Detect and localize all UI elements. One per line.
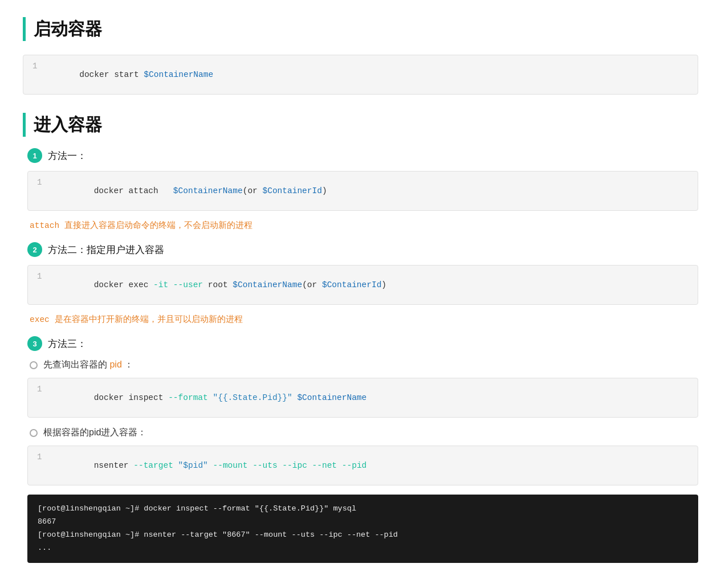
- code-pid-flag: --pid: [342, 461, 367, 470]
- subitem-pid-text: 先查询出容器的 pid ：: [43, 359, 133, 371]
- method2-title: 方法二：指定用户进入容器: [48, 243, 164, 256]
- section2-title-block: 进入容器: [23, 113, 698, 137]
- bullet-circle-1: [30, 361, 38, 369]
- code-space1: [168, 280, 173, 289]
- code-net-flag: --net: [312, 461, 337, 470]
- code-space5: [208, 461, 213, 470]
- section1-title: 启动容器: [34, 18, 102, 41]
- code-exec-user: --user: [173, 280, 203, 289]
- method1-section: 1 方法一： 1 docker attach $ContainerName(or…: [23, 148, 698, 231]
- code-space4: [173, 461, 178, 470]
- line-num-attach: 1: [37, 177, 45, 187]
- code-close-paren2: ): [381, 280, 386, 289]
- code-exec-id: $ContainerId: [322, 280, 381, 289]
- subitem-pid-query: 先查询出容器的 pid ：: [27, 359, 698, 371]
- code-ipc-flag: --ipc: [282, 461, 307, 470]
- code-docker-inspect-text: docker inspect: [94, 393, 169, 402]
- method3-num: 3: [27, 336, 42, 351]
- code-attach-id: $ContainerId: [263, 186, 322, 195]
- terminal-line-4: ...: [38, 542, 688, 555]
- subitem-pid-enter: 根据容器的pid进入容器：: [27, 427, 698, 439]
- code-space6: [247, 461, 252, 470]
- method3-section: 3 方法三： 先查询出容器的 pid ： 1 docker inspect --…: [23, 336, 698, 563]
- code-root: root: [203, 280, 233, 289]
- line-num-inspect: 1: [37, 384, 45, 394]
- code-pid-value: "$pid": [178, 461, 208, 470]
- note-exec: exec 是在容器中打开新的终端，并且可以启动新的进程: [30, 314, 698, 325]
- code-uts-flag: --uts: [252, 461, 278, 470]
- code-attach: docker attach $ContainerName(or $Contain…: [54, 177, 689, 205]
- section2-title: 进入容器: [34, 113, 102, 137]
- section-start-container: 启动容器 1 docker start $ContainerName: [23, 17, 698, 95]
- code-block-attach: 1 docker attach $ContainerName(or $Conta…: [27, 171, 698, 211]
- code-nsenter-cmd: nsenter: [94, 461, 134, 470]
- code-nsenter: nsenter --target "$pid" --mount --uts --…: [54, 452, 689, 479]
- code-docker-start: docker start: [79, 70, 144, 79]
- code-close-paren1: ): [322, 186, 327, 195]
- method3-header: 3 方法三：: [27, 336, 698, 351]
- code-format-value: "{{.State.Pid}}": [213, 393, 292, 402]
- code-docker-attach-text: docker attach: [94, 186, 173, 195]
- terminal-line-2: 8667: [38, 516, 688, 529]
- code-start-container: docker start $ContainerName: [50, 61, 689, 88]
- terminal-line-3: [root@linshengqian ~]# nsenter --target …: [38, 529, 688, 542]
- code-exec-it: -it: [153, 280, 168, 289]
- method1-title: 方法一：: [48, 149, 87, 162]
- method2-num: 2: [27, 242, 42, 257]
- method1-num: 1: [27, 148, 42, 163]
- code-block-start: 1 docker start $ContainerName: [23, 55, 698, 95]
- code-format-flag: --format: [168, 393, 208, 402]
- code-block-nsenter: 1 nsenter --target "$pid" --mount --uts …: [27, 446, 698, 485]
- code-mount-flag: --mount: [213, 461, 248, 470]
- section1-title-block: 启动容器: [23, 17, 698, 41]
- code-block-exec: 1 docker exec -it --user root $Container…: [27, 265, 698, 305]
- code-attach-name: $ContainerName: [173, 186, 243, 195]
- code-or2: (or: [302, 280, 322, 289]
- pid-keyword: pid: [109, 360, 121, 369]
- title-bar-2: [23, 113, 26, 137]
- line-num-nsenter: 1: [37, 452, 45, 462]
- note-attach-keyword: attach: [30, 221, 59, 230]
- code-block-inspect: 1 docker inspect --format "{{.State.Pid}…: [27, 378, 698, 418]
- subitem-pid-enter-text: 根据容器的pid进入容器：: [43, 427, 146, 439]
- code-inspect-name: $ContainerName: [297, 393, 366, 402]
- method2-section: 2 方法二：指定用户进入容器 1 docker exec -it --user …: [23, 242, 698, 325]
- title-bar: [23, 17, 26, 41]
- method2-header: 2 方法二：指定用户进入容器: [27, 242, 698, 257]
- code-space8: [307, 461, 312, 470]
- code-docker-exec-text: docker exec: [94, 280, 153, 289]
- method1-header: 1 方法一：: [27, 148, 698, 163]
- line-num-1: 1: [32, 61, 40, 71]
- line-num-exec: 1: [37, 271, 45, 281]
- section-enter-container: 进入容器 1 方法一： 1 docker attach $ContainerNa…: [23, 113, 698, 563]
- code-container-name-1: $ContainerName: [144, 70, 213, 79]
- terminal-line-1: [root@linshengqian ~]# docker inspect --…: [38, 503, 688, 516]
- note-exec-keyword: exec: [30, 315, 50, 324]
- code-space9: [337, 461, 342, 470]
- terminal-output: [root@linshengqian ~]# docker inspect --…: [27, 495, 698, 563]
- method3-title: 方法三：: [48, 337, 87, 350]
- note-attach: attach 直接进入容器启动命令的终端，不会启动新的进程: [30, 220, 698, 231]
- code-exec: docker exec -it --user root $ContainerNa…: [54, 271, 689, 299]
- bullet-circle-2: [30, 429, 38, 437]
- code-inspect: docker inspect --format "{{.State.Pid}}"…: [54, 384, 689, 411]
- code-exec-name: $ContainerName: [233, 280, 302, 289]
- code-or1: (or: [243, 186, 263, 195]
- code-target-flag: --target: [133, 461, 173, 470]
